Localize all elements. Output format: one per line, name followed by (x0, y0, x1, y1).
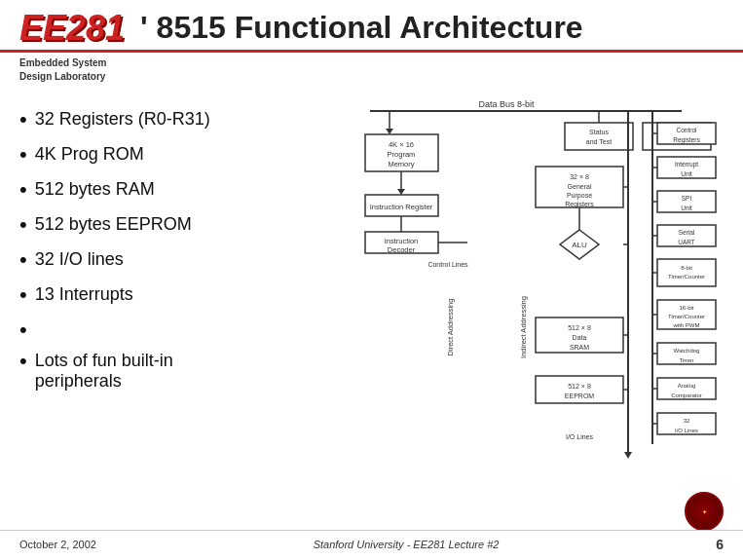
svg-text:Timer: Timer (679, 357, 693, 363)
svg-text:Direct Addressing: Direct Addressing (446, 299, 455, 356)
svg-text:I/O Lines: I/O Lines (675, 428, 698, 433)
list-item: 512 bytes EEPROM (19, 208, 292, 243)
list-item: 32 I/O lines (19, 243, 292, 279)
svg-text:32: 32 (684, 418, 690, 424)
svg-text:with PWM: with PWM (673, 322, 700, 328)
svg-text:ALU: ALU (572, 241, 587, 249)
list-item: 13 Interrupts (19, 279, 292, 314)
svg-text:Instruction Register: Instruction Register (370, 203, 433, 211)
svg-text:EEPROM: EEPROM (565, 392, 595, 399)
slide-title: ' 8515 Functional Architecture (140, 10, 583, 46)
svg-rect-53 (657, 259, 716, 286)
svg-text:SPI: SPI (682, 195, 692, 202)
svg-text:512 × 8: 512 × 8 (568, 383, 591, 390)
svg-text:32 × 8: 32 × 8 (570, 173, 589, 180)
svg-text:Data Bus 8-bit: Data Bus 8-bit (478, 99, 535, 109)
svg-marker-3 (386, 129, 393, 134)
svg-text:Registers: Registers (565, 201, 594, 208)
svg-text:Comparator: Comparator (671, 392, 702, 398)
logo: EE281 (19, 11, 125, 46)
architecture-diagram: Data Bus 8-bit 4K × 16 Program Memory In… (312, 93, 724, 493)
svg-text:Status: Status (589, 129, 609, 135)
stanford-seal: ✦ (685, 492, 724, 531)
svg-text:Timer/Counter: Timer/Counter (668, 314, 705, 319)
svg-rect-19 (565, 123, 633, 150)
svg-text:Interrupt: Interrupt (675, 161, 698, 168)
svg-text:General: General (568, 183, 592, 190)
svg-text:Serial: Serial (679, 229, 695, 236)
svg-text:16-bit: 16-bit (679, 305, 693, 311)
svg-text:Memory: Memory (388, 160, 414, 168)
svg-text:Watchdog: Watchdog (674, 348, 700, 354)
svg-text:4K × 16: 4K × 16 (389, 140, 414, 149)
svg-text:Instruction: Instruction (385, 237, 419, 245)
svg-text:8-bit: 8-bit (681, 265, 692, 271)
svg-text:Unit: Unit (681, 205, 692, 211)
svg-text:Data: Data (573, 334, 587, 341)
subtitle: Embedded System Design Laboratory (0, 53, 743, 84)
bullet-list: 32 Registers (R0-R31) 4K Prog ROM 512 by… (19, 93, 292, 493)
footer-center: Stanford University - EE281 Lecture #2 (314, 539, 500, 550)
list-item: 512 bytes RAM (19, 173, 292, 208)
main-content: 32 Registers (R0-R31) 4K Prog ROM 512 by… (0, 84, 743, 493)
slide: EE281 ' 8515 Functional Architecture Emb… (0, 0, 743, 560)
svg-text:UART: UART (678, 239, 695, 245)
svg-text:I/O Lines: I/O Lines (566, 433, 594, 440)
svg-text:Control Lines: Control Lines (427, 261, 468, 268)
diagram-svg: Data Bus 8-bit 4K × 16 Program Memory In… (312, 93, 721, 493)
svg-text:Control: Control (677, 127, 698, 133)
svg-text:Purpose: Purpose (567, 192, 592, 200)
svg-text:Registers: Registers (673, 136, 700, 144)
svg-text:and Test: and Test (586, 138, 612, 145)
svg-text:Unit: Unit (681, 170, 692, 177)
svg-text:Analog: Analog (678, 383, 696, 389)
svg-text:SRAM: SRAM (570, 344, 589, 351)
svg-text:Program: Program (388, 150, 416, 159)
list-item: 32 Registers (R0-R31) (19, 103, 292, 138)
svg-marker-84 (624, 452, 632, 459)
list-item: • Lots of fun built-inperipherals (19, 314, 292, 397)
svg-marker-9 (397, 189, 405, 195)
svg-text:512 × 8: 512 × 8 (568, 324, 591, 331)
footer-page: 6 (716, 537, 724, 552)
footer: October 2, 2002 Stanford University - EE… (0, 530, 743, 552)
header: EE281 ' 8515 Functional Architecture (0, 0, 743, 46)
svg-text:Indirect Addressing: Indirect Addressing (519, 296, 528, 358)
svg-text:Decoder: Decoder (388, 245, 416, 254)
footer-date: October 2, 2002 (19, 539, 96, 550)
svg-text:Timer/Counter: Timer/Counter (668, 274, 705, 280)
list-item: 4K Prog ROM (19, 138, 292, 173)
